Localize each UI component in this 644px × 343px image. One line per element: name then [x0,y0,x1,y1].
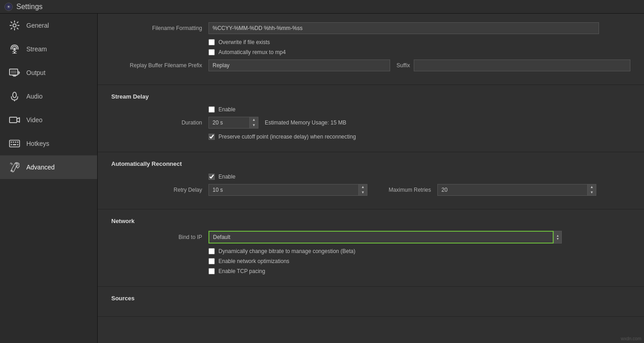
svg-rect-12 [11,141,12,143]
stream-delay-section: Stream Delay Enable Duration ▲ ▼ [98,85,644,152]
retry-delay-input[interactable] [208,184,358,196]
max-retries-label: Maximum Retries [367,187,431,193]
suffix-label: Suffix [396,62,410,69]
sidebar-item-hotkeys-label: Hotkeys [26,140,50,147]
preserve-label: Preserve cutoff point (increase delay) w… [218,134,356,140]
bind-ip-select[interactable]: Default [208,231,554,244]
sidebar-item-advanced[interactable]: Advanced [0,155,97,179]
svg-rect-11 [10,140,20,147]
settings-panel: Filename Formatting Overwrite if file ex… [98,14,644,326]
bind-ip-row: Bind to IP Default ▲ ▼ [111,231,630,244]
svg-rect-10 [10,117,17,123]
video-icon [9,114,20,125]
tcp-pacing-label: Enable TCP pacing [218,268,265,274]
sidebar-item-hotkeys[interactable]: Hotkeys [0,132,97,155]
sidebar-item-video[interactable]: Video [0,108,97,132]
estimated-memory-text: Estimated Memory Usage: 15 MB [265,119,346,126]
svg-rect-15 [17,141,19,143]
duration-decrement-btn[interactable]: ▼ [250,123,258,128]
overwrite-checkbox[interactable] [208,39,215,45]
remux-checkbox[interactable] [208,49,215,55]
svg-rect-5 [11,70,16,74]
max-retries-input[interactable] [437,184,587,196]
sidebar-item-video-label: Video [26,116,43,124]
sidebar-item-audio-label: Audio [26,93,43,100]
dynamic-bitrate-row: Dynamically change bitrate to manage con… [111,248,630,254]
bind-ip-label: Bind to IP [111,234,202,240]
retry-delay-increment-btn[interactable]: ▲ [359,184,367,190]
sources-section: Sources [98,287,644,317]
svg-point-0 [13,24,16,27]
remux-label: Automatically remux to mp4 [218,49,286,55]
stream-delay-enable-row: Enable [111,106,630,113]
retry-delay-buttons: ▲ ▼ [358,184,367,196]
output-icon [9,67,20,78]
sidebar-item-general[interactable]: General [0,14,97,37]
sidebar-item-stream-label: Stream [26,45,47,53]
stream-delay-header: Stream Delay [111,93,630,100]
svg-rect-16 [11,144,12,145]
svg-rect-7 [13,76,16,77]
replay-prefix-input[interactable] [208,60,390,71]
filename-formatting-input[interactable] [208,22,599,34]
remux-checkbox-row: Automatically remux to mp4 [111,49,630,55]
bind-ip-arrow-btn[interactable]: ▲ ▼ [554,231,562,244]
network-section: Network Bind to IP Default ▲ ▼ [98,209,644,287]
sidebar: General Stream [0,14,98,343]
svg-rect-3 [12,53,17,54]
max-retries-spinbox: ▲ ▼ [437,184,596,196]
sidebar-item-output-label: Output [26,69,45,76]
network-opt-label: Enable network optimizations [218,258,289,264]
svg-rect-2 [14,52,15,53]
stream-delay-enable-label: Enable [218,106,235,113]
sidebar-item-audio[interactable]: Audio [0,85,97,108]
suffix-input[interactable] [414,60,630,71]
network-header: Network [111,218,630,224]
retry-delay-spinbox: ▲ ▼ [208,184,367,196]
sidebar-item-stream[interactable]: Stream [0,37,97,61]
sidebar-item-advanced-label: Advanced [26,164,54,171]
duration-spinbox-buttons: ▲ ▼ [249,117,258,129]
overwrite-checkbox-row: Overwrite if file exists [111,39,630,45]
tcp-pacing-row: Enable TCP pacing [111,268,630,274]
max-retries-buttons: ▲ ▼ [587,184,596,196]
dynamic-bitrate-checkbox[interactable] [208,248,215,254]
keyboard-icon [9,138,20,149]
filename-section: Filename Formatting Overwrite if file ex… [98,14,644,85]
duration-increment-btn[interactable]: ▲ [250,117,258,123]
preserve-checkbox[interactable] [208,134,215,140]
auto-reconnect-section: Automatically Reconnect Enable Retry Del… [98,152,644,209]
stream-icon [9,44,20,55]
auto-reconnect-header: Automatically Reconnect [111,160,630,167]
reconnect-enable-checkbox[interactable] [208,174,215,180]
gear-icon [9,20,20,31]
replay-prefix-row: Replay Buffer Filename Prefix Suffix [111,59,630,72]
max-retries-increment-btn[interactable]: ▲ [588,184,596,190]
filename-formatting-row: Filename Formatting [111,22,630,35]
retry-row: Retry Delay ▲ ▼ Maximum Retries ▲ ▼ [111,184,630,196]
max-retries-decrement-btn[interactable]: ▼ [588,190,596,195]
sidebar-item-output[interactable]: Output [0,61,97,85]
watermark: wxdn.com [621,336,641,341]
network-opt-checkbox[interactable] [208,258,215,264]
tcp-pacing-checkbox[interactable] [208,268,215,274]
svg-rect-18 [17,144,19,145]
svg-point-8 [13,92,16,98]
svg-rect-14 [15,141,16,143]
stream-delay-enable-checkbox[interactable] [208,106,215,113]
titlebar-title: Settings [16,3,43,11]
overwrite-label: Overwrite if file exists [218,39,270,45]
replay-prefix-label: Replay Buffer Filename Prefix [111,62,202,69]
preserve-checkbox-row: Preserve cutoff point (increase delay) w… [111,134,630,140]
app-icon: ● [5,3,13,11]
dynamic-bitrate-label: Dynamically change bitrate to manage con… [218,248,356,254]
retry-delay-label: Retry Delay [111,187,202,193]
duration-input[interactable] [208,117,249,129]
network-opt-row: Enable network optimizations [111,258,630,264]
retry-delay-decrement-btn[interactable]: ▼ [359,190,367,195]
duration-label: Duration [111,119,202,126]
svg-rect-17 [13,144,16,145]
duration-row: Duration ▲ ▼ Estimated Memory Usage: 15 … [111,116,630,129]
sidebar-item-general-label: General [26,22,49,29]
sources-header: Sources [111,295,630,302]
